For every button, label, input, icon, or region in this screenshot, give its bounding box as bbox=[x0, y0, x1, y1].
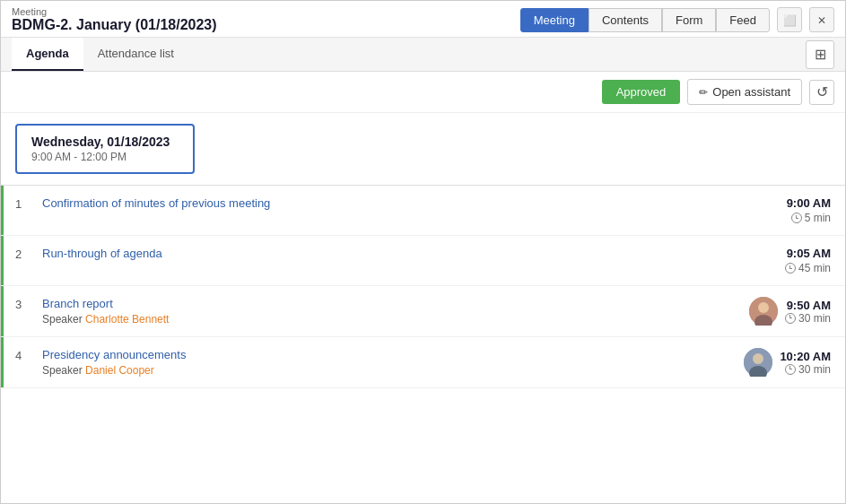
item-right: 10:20 AM 30 min bbox=[735, 348, 831, 377]
item-number: 4 bbox=[15, 348, 42, 362]
main-tabs-row: Agenda Attendance list bbox=[1, 38, 845, 72]
item-right: 9:00 AM 5 min bbox=[787, 196, 831, 224]
title-bar-right: Meeting Contents Form Feed bbox=[520, 7, 834, 32]
tab-attendance-list[interactable]: Attendance list bbox=[83, 38, 188, 71]
item-speaker: Speaker Charlotte Bennett bbox=[42, 313, 740, 326]
minimize-button[interactable] bbox=[777, 7, 802, 32]
clock-icon bbox=[785, 263, 796, 274]
main-tab-list: Agenda Attendance list bbox=[12, 38, 188, 71]
grid-view-button[interactable] bbox=[806, 40, 834, 69]
tab-agenda[interactable]: Agenda bbox=[12, 38, 83, 71]
time-block: 10:20 AM 30 min bbox=[780, 350, 831, 376]
header-tab-form[interactable]: Form bbox=[662, 8, 716, 32]
date-card-time: 9:00 AM - 12:00 PM bbox=[31, 151, 179, 163]
item-duration: 30 min bbox=[785, 363, 831, 376]
item-duration: 30 min bbox=[785, 312, 831, 325]
item-duration: 5 min bbox=[791, 212, 831, 224]
item-title[interactable]: Branch report bbox=[42, 297, 740, 310]
item-number: 2 bbox=[15, 247, 42, 261]
table-row: 4 Presidency announcements Speaker Danie… bbox=[1, 337, 845, 388]
close-icon bbox=[817, 13, 826, 27]
duration-label: 5 min bbox=[805, 212, 831, 224]
item-title[interactable]: Run-through of agenda bbox=[42, 247, 785, 260]
item-right: 9:50 AM 30 min bbox=[740, 297, 831, 326]
grid-icon bbox=[815, 46, 826, 63]
table-row: 1 Confirmation of minutes of previous me… bbox=[1, 186, 845, 236]
date-section: Wednesday, 01/18/2023 9:00 AM - 12:00 PM bbox=[1, 113, 845, 186]
item-start-time: 9:05 AM bbox=[787, 247, 831, 260]
date-card-title: Wednesday, 01/18/2023 bbox=[31, 135, 179, 149]
speaker-name: Daniel Cooper bbox=[85, 364, 154, 377]
item-body: Confirmation of minutes of previous meet… bbox=[42, 196, 787, 210]
item-start-time: 9:00 AM bbox=[787, 196, 831, 210]
item-title[interactable]: Presidency announcements bbox=[42, 348, 735, 361]
item-body: Run-through of agenda bbox=[42, 247, 785, 260]
clock-icon bbox=[785, 364, 796, 375]
item-body: Presidency announcements Speaker Daniel … bbox=[42, 348, 735, 377]
item-start-time: 9:50 AM bbox=[787, 299, 831, 312]
avatar bbox=[744, 348, 772, 377]
window-meta-label: Meeting bbox=[12, 6, 217, 17]
approved-button[interactable]: Approved bbox=[602, 80, 681, 104]
avatar-image bbox=[744, 348, 772, 377]
title-bar: Meeting BDMG-2. January (01/18/2023) Mee… bbox=[1, 1, 845, 38]
duration-label: 30 min bbox=[798, 312, 831, 325]
minimize-icon bbox=[783, 13, 797, 27]
open-assistant-button[interactable]: ✏ Open assistant bbox=[687, 79, 802, 105]
item-right: 9:05 AM 45 min bbox=[785, 247, 831, 274]
agenda-list: 1 Confirmation of minutes of previous me… bbox=[1, 186, 845, 503]
item-body: Branch report Speaker Charlotte Bennett bbox=[42, 297, 740, 326]
speaker-name: Charlotte Bennett bbox=[85, 313, 169, 326]
speaker-label: Speaker bbox=[42, 364, 83, 377]
header-tab-meeting[interactable]: Meeting bbox=[520, 8, 589, 32]
refresh-icon bbox=[816, 83, 828, 100]
item-title[interactable]: Confirmation of minutes of previous meet… bbox=[42, 196, 787, 210]
duration-label: 30 min bbox=[798, 363, 831, 376]
item-number: 1 bbox=[15, 196, 42, 211]
pencil-icon: ✏ bbox=[699, 86, 708, 99]
table-row: 3 Branch report Speaker Charlotte Bennet… bbox=[1, 286, 845, 337]
item-speaker: Speaker Daniel Cooper bbox=[42, 364, 735, 377]
close-button[interactable] bbox=[809, 7, 834, 32]
duration-label: 45 min bbox=[798, 262, 831, 274]
header-tab-contents[interactable]: Contents bbox=[589, 8, 662, 32]
speaker-label: Speaker bbox=[42, 313, 83, 326]
header-tab-feed[interactable]: Feed bbox=[716, 8, 770, 32]
avatar bbox=[749, 297, 778, 326]
clock-icon bbox=[791, 213, 802, 223]
avatar-image bbox=[749, 297, 778, 326]
date-card: Wednesday, 01/18/2023 9:00 AM - 12:00 PM bbox=[15, 124, 195, 174]
svg-point-4 bbox=[753, 353, 763, 364]
time-block: 9:50 AM 30 min bbox=[785, 299, 831, 325]
window-title: BDMG-2. January (01/18/2023) bbox=[12, 17, 217, 33]
main-window: Meeting BDMG-2. January (01/18/2023) Mee… bbox=[0, 0, 846, 504]
refresh-button[interactable] bbox=[809, 80, 834, 105]
open-assistant-label: Open assistant bbox=[712, 85, 790, 99]
clock-icon bbox=[785, 313, 796, 324]
title-bar-left: Meeting BDMG-2. January (01/18/2023) bbox=[12, 6, 217, 33]
svg-point-1 bbox=[758, 302, 769, 313]
item-duration: 45 min bbox=[785, 262, 831, 274]
table-row: 2 Run-through of agenda 9:05 AM 45 min bbox=[1, 236, 845, 286]
item-number: 3 bbox=[15, 297, 42, 311]
item-start-time: 10:20 AM bbox=[780, 350, 831, 363]
toolbar: Approved ✏ Open assistant bbox=[1, 72, 845, 113]
header-tab-group: Meeting Contents Form Feed bbox=[520, 8, 770, 32]
